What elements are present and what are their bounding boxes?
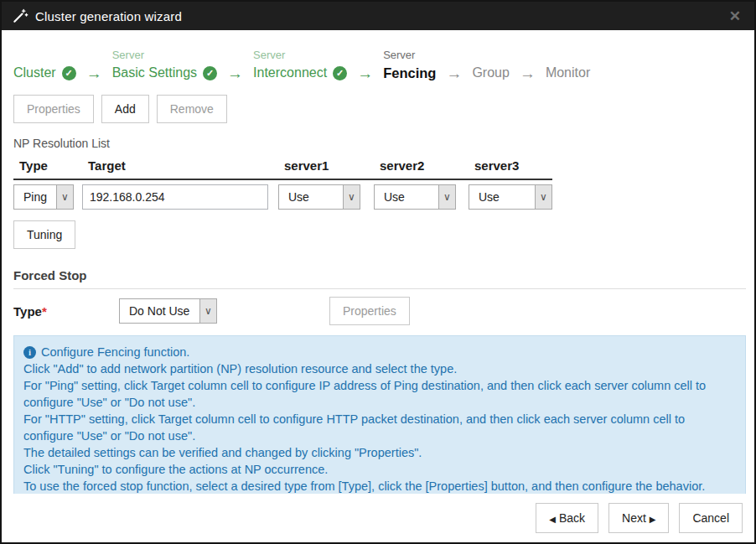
type-select-value: Ping	[14, 185, 56, 209]
step-monitor: Monitor	[546, 47, 590, 83]
np-toolbar: Properties Add Remove	[13, 95, 743, 123]
step-cluster[interactable]: Cluster✓	[13, 47, 76, 83]
forced-stop-heading: Forced Stop	[13, 268, 746, 289]
column-header-target: Target	[82, 158, 268, 173]
forced-stop-type-value: Do Not Use	[120, 299, 199, 323]
step-label: Basic Settings	[112, 65, 197, 80]
step-interconnect[interactable]: Server Interconnect✓	[253, 47, 347, 83]
cancel-button[interactable]: Cancel	[679, 503, 743, 533]
arrow-right-icon: →	[86, 63, 102, 83]
info-line: To use the forced stop function, select …	[23, 478, 736, 495]
step-label: Cluster	[13, 65, 56, 80]
step-top-label: Server	[383, 47, 436, 63]
forced-stop-type-select[interactable]: Do Not Use ∨	[119, 298, 217, 324]
column-header-server2: server2	[374, 158, 456, 173]
info-line: For "HTTP" setting, click Target column …	[23, 411, 736, 444]
check-icon: ✓	[203, 66, 217, 80]
close-icon[interactable]: ✕	[726, 9, 744, 23]
step-label: Fencing	[383, 65, 436, 81]
arrow-right-icon: →	[227, 63, 243, 83]
info-box: i Configure Fencing function. Click "Add…	[13, 335, 746, 504]
next-arrow-icon: ▶	[650, 515, 656, 524]
footer: ◀ Back Next ▶ Cancel	[2, 494, 754, 542]
add-button[interactable]: Add	[101, 95, 149, 123]
chevron-down-icon: ∨	[56, 185, 73, 209]
step-fencing: Server Fencing	[383, 47, 436, 83]
np-table-header: Type Target server1 server2 server3	[13, 158, 552, 180]
chevron-down-icon: ∨	[438, 185, 455, 209]
forced-stop-type-row: Type* Do Not Use ∨ Properties	[13, 297, 743, 325]
step-label: Monitor	[546, 65, 590, 80]
step-label: Group	[472, 65, 509, 80]
step-label: Interconnect	[253, 65, 327, 80]
arrow-right-icon: →	[520, 63, 536, 83]
column-header-type: Type	[13, 158, 74, 173]
type-select[interactable]: Ping ∨	[13, 184, 74, 210]
chevron-down-icon: ∨	[343, 185, 360, 209]
info-line: Click "Tuning" to configure the actions …	[23, 461, 736, 478]
server3-select-value: Use	[469, 185, 535, 209]
back-arrow-icon: ◀	[549, 515, 556, 524]
step-basic-settings[interactable]: Server Basic Settings✓	[112, 47, 217, 83]
info-line: Click "Add" to add network partition (NP…	[23, 360, 736, 377]
info-icon: i	[23, 346, 36, 359]
server2-select[interactable]: Use ∨	[374, 184, 456, 210]
check-icon: ✓	[333, 66, 347, 80]
target-input[interactable]	[82, 184, 268, 210]
type-label: Type*	[13, 304, 119, 319]
server1-select[interactable]: Use ∨	[278, 184, 360, 210]
server1-select-value: Use	[279, 185, 343, 209]
required-asterisk: *	[42, 304, 47, 319]
check-icon: ✓	[62, 66, 76, 80]
server3-select[interactable]: Use ∨	[469, 184, 552, 210]
wizard-steps: Cluster✓ → Server Basic Settings✓ → Serv…	[13, 47, 743, 83]
step-top-label: Server	[253, 47, 347, 63]
step-top-label	[546, 47, 590, 63]
step-group: Group	[472, 47, 509, 83]
properties-button[interactable]: Properties	[13, 95, 94, 123]
np-resolution-list-title: NP Resolution List	[13, 137, 743, 150]
step-top-label	[13, 47, 76, 63]
np-table-row: Ping ∨ Use ∨ Use ∨ Us	[13, 184, 743, 210]
chevron-down-icon: ∨	[199, 299, 216, 323]
wand-icon	[12, 8, 28, 24]
arrow-right-icon: →	[446, 63, 462, 83]
remove-button[interactable]: Remove	[157, 95, 227, 123]
cluster-generation-wizard-dialog: Cluster generation wizard ✕ Cluster✓ → S…	[0, 0, 756, 544]
arrow-right-icon: →	[357, 63, 373, 83]
window-title: Cluster generation wizard	[35, 9, 182, 23]
column-header-server3: server3	[469, 158, 552, 173]
titlebar: Cluster generation wizard ✕	[2, 2, 754, 30]
info-line: For "Ping" setting, click Target column …	[23, 377, 736, 411]
step-top-label	[472, 47, 509, 63]
chevron-down-icon: ∨	[535, 185, 551, 209]
info-line: Configure Fencing function.	[41, 344, 189, 360]
column-header-server1: server1	[278, 158, 360, 173]
step-top-label: Server	[112, 47, 217, 63]
back-button[interactable]: ◀ Back	[536, 503, 598, 533]
next-button[interactable]: Next ▶	[608, 503, 669, 533]
forced-stop-properties-button[interactable]: Properties	[329, 297, 410, 325]
info-line: The detailed settings can be verified an…	[23, 444, 736, 461]
tuning-button[interactable]: Tuning	[13, 220, 75, 249]
server2-select-value: Use	[375, 185, 438, 209]
